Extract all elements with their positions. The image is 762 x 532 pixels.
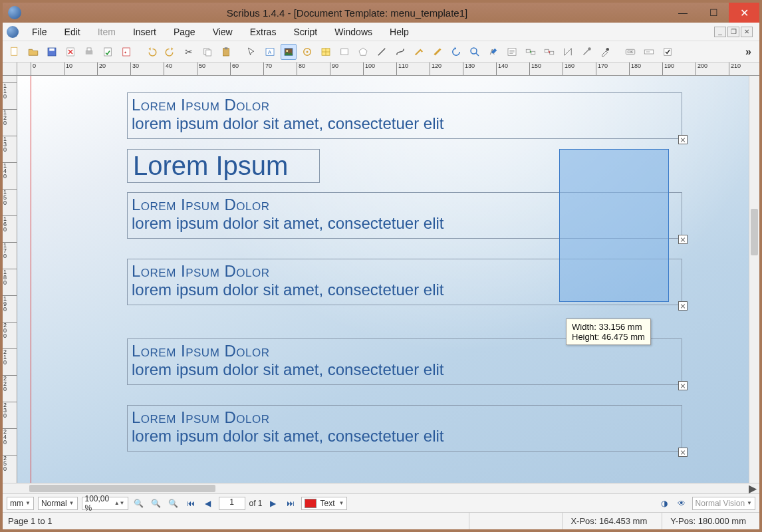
toolbar-overflow-icon[interactable]: »: [741, 46, 755, 58]
measure-icon[interactable]: [560, 44, 576, 60]
svg-point-16: [286, 50, 288, 52]
menu-extras[interactable]: Extras: [242, 24, 285, 40]
overflow-icon[interactable]: [678, 448, 688, 457]
canvas[interactable]: Lorem Ipsum Dolor lorem ipsum dolor sit …: [17, 76, 759, 483]
select-tool-icon[interactable]: [243, 44, 259, 60]
next-page-icon[interactable]: ▶: [267, 497, 280, 510]
unlink-frames-icon[interactable]: [541, 44, 557, 60]
zoom-reset-icon[interactable]: 🔍: [150, 497, 163, 510]
undo-icon[interactable]: [144, 44, 160, 60]
cms-icon[interactable]: ◑: [658, 497, 671, 510]
edit-text-icon[interactable]: A: [485, 44, 501, 60]
image-frame-icon[interactable]: [281, 44, 297, 60]
render-frame-icon[interactable]: [299, 44, 315, 60]
paste-icon[interactable]: [218, 44, 234, 60]
preflight-icon[interactable]: [100, 44, 116, 60]
svg-point-21: [471, 48, 477, 54]
print-icon[interactable]: [81, 44, 97, 60]
overflow-icon[interactable]: [678, 381, 688, 390]
svg-text:OK: OK: [628, 50, 634, 54]
ruler-origin[interactable]: [3, 63, 17, 76]
polygon-icon[interactable]: [355, 44, 371, 60]
menu-view[interactable]: View: [205, 24, 241, 40]
bezier-icon[interactable]: [392, 44, 408, 60]
frame-body: lorem ipsum dolor sit amet, consectetuer…: [128, 427, 682, 448]
rotate-icon[interactable]: [448, 44, 464, 60]
mdi-close-button[interactable]: ✕: [741, 27, 753, 37]
save-icon[interactable]: [44, 44, 60, 60]
layer-color-swatch: [305, 499, 317, 508]
preview-combo[interactable]: Normal▼: [38, 497, 78, 510]
new-icon[interactable]: [7, 44, 23, 60]
svg-rect-2: [49, 48, 55, 51]
preview-mode-icon[interactable]: 👁: [675, 497, 688, 510]
zoom-spin[interactable]: 100,00 %▲▼: [82, 497, 128, 510]
scroll-thumb[interactable]: [751, 209, 758, 255]
redo-icon[interactable]: [162, 44, 178, 60]
horizontal-scrollbar[interactable]: ▶: [3, 483, 759, 493]
story-editor-icon[interactable]: [504, 44, 520, 60]
vision-combo[interactable]: Normal Vision▼: [692, 497, 755, 510]
page-input[interactable]: 1: [219, 497, 245, 510]
pdf-textfield-icon[interactable]: [641, 44, 657, 60]
first-page-icon[interactable]: ⏮: [184, 497, 197, 510]
pdf-checkbox-icon[interactable]: [660, 44, 676, 60]
pages-of-label: of 1: [249, 499, 263, 508]
menu-page[interactable]: Page: [166, 24, 203, 40]
margin-guide: [31, 76, 31, 483]
scroll-right-icon[interactable]: ▶: [747, 483, 758, 493]
maximize-button[interactable]: ☐: [698, 3, 729, 23]
overflow-icon[interactable]: [678, 301, 688, 311]
statusbar: Page 1 to 1 X-Pos: 164.453 mm Y-Pos: 180…: [3, 512, 759, 529]
svg-rect-0: [11, 47, 17, 55]
zoom-icon[interactable]: [467, 44, 483, 60]
unit-combo[interactable]: mm▼: [7, 497, 34, 510]
scroll-thumb[interactable]: [29, 485, 215, 492]
freehand-icon[interactable]: [411, 44, 427, 60]
minimize-button[interactable]: —: [668, 3, 698, 23]
text-frame[interactable]: Lorem Ipsum Dolor lorem ipsum dolor sit …: [127, 338, 682, 385]
mdi-minimize-button[interactable]: _: [714, 27, 726, 37]
layer-combo[interactable]: Text▼: [301, 497, 348, 510]
link-frames-icon[interactable]: [523, 44, 539, 60]
menu-file[interactable]: File: [24, 24, 55, 40]
title-frame[interactable]: Lorem Ipsum: [127, 149, 320, 183]
prev-page-icon[interactable]: ◀: [201, 497, 215, 510]
copy-props-icon[interactable]: [578, 44, 594, 60]
text-frame-icon[interactable]: A: [262, 44, 278, 60]
overflow-icon[interactable]: [678, 135, 688, 144]
menu-edit[interactable]: Edit: [57, 24, 88, 40]
last-page-icon[interactable]: ⏭: [284, 497, 297, 510]
pdf-button-icon[interactable]: OK: [622, 44, 638, 60]
open-icon[interactable]: [25, 44, 41, 60]
dimensions-tooltip: Width: 33.156 mm Height: 46.475 mm: [566, 319, 651, 345]
text-frame[interactable]: Lorem Ipsum Dolor lorem ipsum dolor sit …: [127, 92, 682, 139]
app-icon: [8, 6, 21, 19]
vertical-scrollbar[interactable]: [749, 76, 759, 483]
cut-icon[interactable]: ✂: [181, 44, 197, 60]
close-doc-icon[interactable]: [63, 44, 78, 60]
line-icon[interactable]: [374, 44, 390, 60]
menu-insert[interactable]: Insert: [125, 24, 164, 40]
image-frame-selection[interactable]: [559, 149, 669, 302]
table-icon[interactable]: [318, 44, 334, 60]
mdi-restore-button[interactable]: ❐: [727, 27, 739, 37]
copy-icon[interactable]: [199, 44, 215, 60]
menu-script[interactable]: Script: [285, 24, 325, 40]
calligraphy-icon[interactable]: [430, 44, 445, 60]
close-button[interactable]: ✕: [729, 3, 759, 23]
menu-item: Item: [90, 24, 124, 40]
eyedropper-icon[interactable]: [597, 44, 613, 60]
ruler-vertical[interactable]: 1 1 01 2 01 3 01 4 01 5 01 6 01 7 01 8 0…: [3, 76, 17, 483]
zoom-in-icon[interactable]: 🔍: [167, 497, 180, 510]
ruler-horizontal[interactable]: 0102030405060708090100110120130140150160…: [17, 63, 759, 76]
view-bar: mm▼ Normal▼ 100,00 %▲▼ 🔍 🔍 🔍 ⏮ ◀ 1 of 1 …: [3, 493, 759, 512]
zoom-out-icon[interactable]: 🔍: [132, 497, 146, 510]
shape-icon[interactable]: [336, 44, 352, 60]
menu-windows[interactable]: Windows: [326, 24, 380, 40]
menu-help[interactable]: Help: [382, 24, 417, 40]
svg-point-29: [606, 48, 610, 51]
overflow-icon[interactable]: [678, 235, 688, 244]
text-frame[interactable]: Lorem Ipsum Dolor lorem ipsum dolor sit …: [127, 405, 682, 452]
pdf-icon[interactable]: ✦: [118, 44, 134, 60]
